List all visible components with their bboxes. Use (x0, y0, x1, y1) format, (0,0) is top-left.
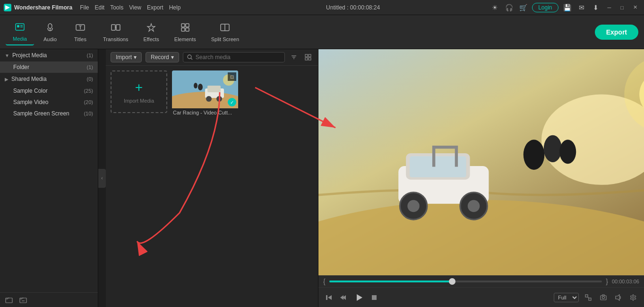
headphone-icon[interactable]: 🎧 (504, 2, 514, 13)
snapshot-icon[interactable] (598, 292, 609, 303)
fullscreen-preview-icon[interactable] (583, 292, 594, 303)
toolbar-transitions[interactable]: Transitions (96, 19, 135, 45)
menu-help[interactable]: Help (169, 4, 181, 11)
svg-marker-11 (147, 24, 155, 31)
svg-marker-68 (616, 295, 619, 300)
app-icon (4, 4, 11, 11)
preview-controls: Full 50% 75% (318, 287, 644, 307)
plus-icon: + (135, 80, 143, 95)
shared-media-section[interactable]: ▶ Shared Media (0) (0, 73, 98, 85)
export-button[interactable]: Export (595, 25, 638, 40)
menu-view[interactable]: View (129, 4, 141, 11)
record-button[interactable]: Record ▾ (146, 52, 179, 62)
mail-icon[interactable]: ✉ (576, 2, 587, 13)
close-button[interactable]: ✕ (630, 3, 640, 11)
app-name: Wondershare Filmora (14, 4, 72, 11)
preview-panel: { } 00:00:03:06 (318, 49, 644, 307)
menu-edit[interactable]: Edit (94, 4, 104, 11)
play-button[interactable] (353, 292, 365, 303)
grid-view-icon[interactable] (303, 52, 313, 62)
svg-rect-15 (186, 28, 189, 31)
svg-rect-29 (309, 58, 311, 60)
settings-preview-icon[interactable] (628, 292, 639, 303)
media-item[interactable]: ⊡ ✓ Car Racing - Video Cutt... (172, 70, 238, 118)
search-input[interactable] (196, 54, 281, 61)
folder-label: Folder (13, 64, 87, 70)
svg-point-34 (206, 96, 212, 102)
sample-green-screen-subsection[interactable]: Sample Green Screen (10) (0, 108, 98, 119)
split-screen-label: Split Screen (211, 36, 239, 42)
video-preview (318, 49, 644, 275)
main-area: ▼ Project Media (1) Folder (1) ▶ Shared … (0, 49, 644, 307)
preview-progress-bar[interactable] (329, 281, 602, 282)
svg-rect-28 (305, 58, 308, 60)
media-item-corner: ⊡ (228, 72, 236, 81)
transitions-label: Transitions (103, 36, 128, 42)
project-media-section[interactable]: ▼ Project Media (1) (0, 49, 98, 61)
skip-back-button[interactable] (323, 292, 335, 303)
titles-label: Titles (74, 36, 86, 42)
toolbar-elements[interactable]: Elements (168, 19, 203, 45)
preview-bg (318, 49, 644, 275)
store-icon[interactable]: 🛒 (518, 2, 528, 13)
sample-color-subsection[interactable]: Sample Color (25) (0, 85, 98, 96)
toolbar: Media Audio T Titles Transi (0, 15, 644, 49)
record-label: Record (151, 54, 169, 61)
import-button[interactable]: Import ▾ (111, 52, 142, 62)
svg-point-46 (407, 200, 419, 212)
sample-green-screen-count: (10) (84, 111, 93, 116)
svg-line-65 (588, 297, 589, 298)
svg-rect-64 (589, 298, 591, 300)
svg-point-21 (188, 55, 191, 59)
left-panel-bottom (0, 292, 98, 307)
svg-line-22 (191, 58, 192, 60)
preview-progress-thumb (449, 278, 455, 285)
maximize-button[interactable]: □ (618, 4, 627, 11)
save-icon[interactable]: 💾 (562, 2, 573, 13)
split-screen-toolbar-icon (220, 22, 230, 35)
svg-point-52 (524, 140, 545, 170)
effects-toolbar-icon (146, 22, 156, 35)
toolbar-effects[interactable]: Effects (137, 19, 165, 45)
audio-toolbar-icon (45, 22, 55, 35)
toolbar-split-screen[interactable]: Split Screen (205, 19, 246, 45)
folder-subsection[interactable]: Folder (1) (0, 61, 98, 73)
elements-label: Elements (174, 36, 196, 42)
transitions-toolbar-icon (111, 22, 121, 35)
frame-back-button[interactable] (338, 292, 350, 303)
svg-rect-12 (181, 24, 185, 27)
stop-button[interactable] (369, 292, 380, 303)
folder-count: (1) (87, 64, 93, 70)
minimize-button[interactable]: ─ (605, 4, 614, 11)
menu-file[interactable]: File (80, 4, 89, 11)
import-media-placeholder[interactable]: + Import Media (111, 70, 167, 113)
shared-media-arrow: ▶ (5, 77, 9, 82)
import-media-label: Import Media (124, 98, 154, 104)
add-folder-button[interactable] (4, 295, 14, 305)
download-icon[interactable]: ⬇ (591, 2, 601, 13)
remove-folder-button[interactable] (18, 295, 28, 305)
left-panel: ▼ Project Media (1) Folder (1) ▶ Shared … (0, 49, 98, 307)
menu-tools[interactable]: Tools (110, 4, 123, 11)
audio-label: Audio (43, 36, 57, 42)
zoom-select[interactable]: Full 50% 75% (554, 293, 579, 302)
volume-icon[interactable] (613, 292, 624, 303)
login-button[interactable]: Login (532, 3, 558, 12)
toolbar-audio[interactable]: Audio (36, 19, 64, 45)
menu-export[interactable]: Export (147, 4, 163, 11)
filter-icon[interactable] (289, 52, 299, 62)
svg-rect-1 (16, 24, 24, 30)
sample-color-count: (25) (84, 88, 93, 94)
panel-collapse-button[interactable]: ‹ (98, 169, 106, 188)
preview-video-frame (318, 49, 644, 275)
sample-video-count: (20) (84, 99, 93, 105)
project-media-count: (1) (87, 53, 93, 58)
svg-marker-58 (328, 295, 332, 300)
svg-point-53 (544, 135, 562, 162)
toolbar-media[interactable]: Media (6, 19, 34, 45)
toolbar-titles[interactable]: T Titles (66, 19, 94, 45)
svg-rect-13 (186, 24, 189, 27)
theme-icon[interactable]: ☀ (489, 2, 500, 13)
sample-video-subsection[interactable]: Sample Video (20) (0, 96, 98, 108)
media-thumbnail: ⊡ ✓ (172, 70, 238, 108)
